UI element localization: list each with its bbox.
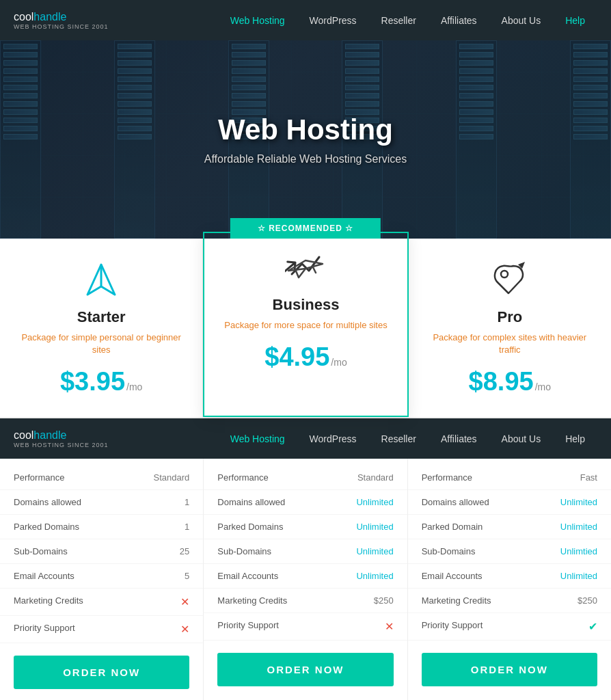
order-now-button-starter[interactable]: ORDER NOW: [14, 656, 189, 689]
nav2-about-us[interactable]: About Us: [489, 418, 554, 459]
logo2[interactable]: coolhandle WEB HOSTING SINCE 2001: [14, 429, 109, 448]
feature-value: Unlimited: [560, 571, 597, 581]
nav2-reseller[interactable]: Reseller: [369, 418, 429, 459]
business-icon: [285, 247, 326, 288]
starter-price-mo: /mo: [126, 381, 142, 392]
pro-icon: [489, 259, 530, 300]
feature-value: Unlimited: [356, 497, 393, 507]
nav2-help[interactable]: Help: [553, 418, 597, 459]
recommended-badge: ☆ RECOMMENDED ☆: [230, 218, 381, 239]
feature-label: Marketing Credits: [217, 595, 287, 606]
pro-price-mo: /mo: [535, 381, 551, 392]
feature-label: Performance: [422, 472, 472, 483]
features-business: Performance Standard Domains allowed Unl…: [204, 459, 407, 700]
order-now-button-business[interactable]: ORDER NOW: [217, 653, 393, 686]
pricing-section: Starter Package for simple personal or b…: [0, 239, 611, 418]
nav2-web-hosting[interactable]: Web Hosting: [218, 418, 297, 459]
feature-label: Email Accounts: [422, 571, 483, 581]
feature-label: Email Accounts: [217, 571, 278, 581]
feature-label: Sub-Domains: [14, 546, 68, 556]
feature-row: Marketing Credits ✕: [0, 589, 203, 616]
business-price-value: $4.95: [264, 342, 329, 372]
feature-row: Parked Domain Unlimited: [408, 515, 611, 539]
feature-label: Parked Domains: [14, 522, 79, 532]
feature-row: Email Accounts Unlimited: [204, 564, 407, 589]
nav-help[interactable]: Help: [553, 0, 597, 40]
feature-row: Marketing Credits $250: [408, 589, 611, 613]
feature-value: $250: [578, 595, 597, 606]
feature-priority-support-pro: Priority Support ✔: [408, 613, 611, 641]
starter-price-value: $3.95: [60, 367, 125, 396]
nav-reseller[interactable]: Reseller: [369, 0, 429, 40]
feature-value-check: ✔: [588, 620, 597, 633]
feature-row: Email Accounts 5: [0, 564, 203, 589]
feature-row: Sub-Domains Unlimtied: [408, 539, 611, 564]
feature-row: Marketing Credits $250: [204, 589, 407, 613]
order-btn-wrap-business: ORDER NOW: [204, 641, 407, 699]
nav-links2: Web Hosting WordPress Reseller Affiliate…: [218, 418, 597, 459]
feature-row: Sub-Domains 25: [0, 539, 203, 564]
starter-price: $3.95 /mo: [14, 367, 189, 396]
nav-wordpress[interactable]: WordPress: [297, 0, 369, 40]
nav2-affiliates[interactable]: Affiliates: [429, 418, 489, 459]
starter-desc: Package for simple personal or beginner …: [14, 332, 189, 356]
logo2-cool: cool: [14, 429, 33, 441]
logo-handle: handle: [33, 11, 66, 23]
feature-row: Performance Standard: [0, 466, 203, 490]
feature-value: Unlimited: [356, 546, 393, 556]
feature-label: Marketing Credits: [422, 595, 491, 606]
nav-web-hosting[interactable]: Web Hosting: [218, 0, 297, 40]
order-btn-wrap-starter: ORDER NOW: [0, 643, 203, 700]
logo-cool: cool: [14, 11, 33, 23]
top-navbar: coolhandle WEB HOSTING SINCE 2001 Web Ho…: [0, 0, 611, 40]
nav-about-us[interactable]: About Us: [489, 0, 554, 40]
feature-label: Marketing Credits: [14, 595, 83, 608]
starter-name: Starter: [14, 308, 189, 326]
nav-affiliates[interactable]: Affiliates: [429, 0, 489, 40]
order-now-button-pro[interactable]: ORDER NOW: [422, 653, 597, 686]
feature-row: Email Accounts Unlimited: [408, 564, 611, 589]
business-name: Business: [218, 296, 393, 314]
pricing-card-starter: Starter Package for simple personal or b…: [0, 239, 203, 417]
feature-priority-support-business: Priority Support ✕: [204, 613, 407, 641]
feature-row: Domains allowed 1: [0, 490, 203, 515]
logo2-handle: handle: [33, 429, 66, 441]
feature-value: Unlimited: [356, 571, 393, 581]
logo-tagline: WEB HOSTING SINCE 2001: [14, 23, 109, 30]
feature-value: Standard: [357, 472, 394, 483]
nav2-wordpress[interactable]: WordPress: [297, 418, 369, 459]
feature-value-cross: ✕: [180, 595, 189, 608]
feature-value: Fast: [580, 472, 597, 483]
feature-value: 1: [185, 497, 189, 507]
feature-value-cross: ✕: [180, 623, 189, 636]
pro-name: Pro: [422, 308, 597, 326]
pro-price-value: $8.95: [469, 367, 534, 396]
feature-priority-support-starter: Priority Support ✕: [0, 616, 203, 643]
feature-label: Parked Domains: [217, 522, 283, 532]
feature-value-cross: ✕: [385, 620, 394, 633]
feature-value: Standard: [154, 472, 190, 483]
feature-value: $250: [374, 595, 394, 606]
feature-label: Performance: [14, 472, 64, 483]
feature-label: Domains allowed: [422, 497, 489, 507]
nav-links: Web Hosting WordPress Reseller Affiliate…: [218, 0, 597, 40]
business-price-mo: /mo: [331, 357, 347, 368]
feature-label: Performance: [217, 472, 268, 483]
feature-row: Domains allowed Unlimited: [204, 490, 407, 515]
logo[interactable]: coolhandle WEB HOSTING SINCE 2001: [14, 11, 109, 30]
feature-value: 5: [185, 571, 189, 581]
feature-row: Domains allowed Unlimited: [408, 490, 611, 515]
feature-row: Parked Domains Unlimited: [204, 515, 407, 539]
feature-row: Sub-Domains Unlimited: [204, 539, 407, 564]
starter-icon: [81, 259, 122, 300]
feature-label: Sub-Domains: [217, 546, 271, 556]
feature-value: Unlimited: [560, 497, 597, 507]
feature-row: Parked Domains 1: [0, 515, 203, 539]
feature-row: Performance Standard: [204, 466, 407, 490]
business-desc: Package for more space for multiple site…: [218, 319, 393, 332]
hero-title: Web Hosting: [204, 113, 407, 146]
bottom-navbar: coolhandle WEB HOSTING SINCE 2001 Web Ho…: [0, 418, 611, 459]
feature-value: 25: [180, 546, 189, 556]
features-starter: Performance Standard Domains allowed 1 P…: [0, 459, 204, 700]
feature-row: Performance Fast: [408, 466, 611, 490]
